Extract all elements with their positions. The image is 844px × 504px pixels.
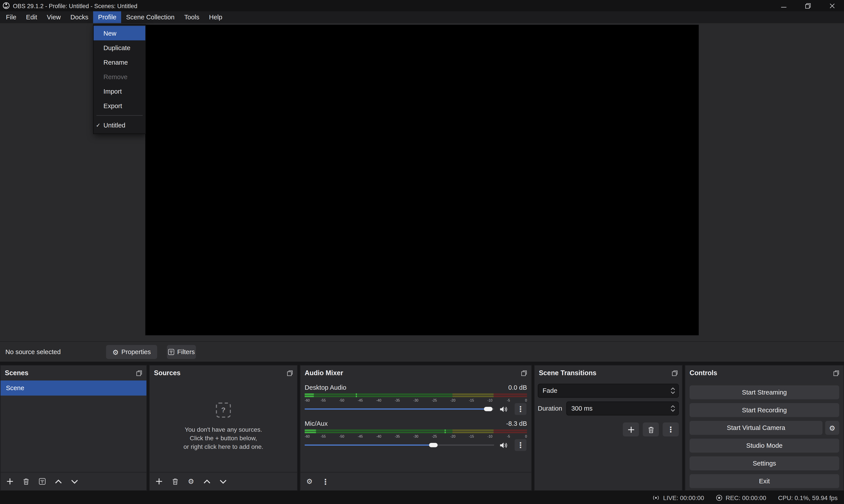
empty-line: or right click here to add one.: [183, 442, 263, 451]
volume-meter: -60 -55 -50 -45 -40 -35 -30 -25 -20 -15 …: [305, 430, 527, 439]
scale-tick: -30: [413, 434, 418, 438]
mute-button[interactable]: [500, 442, 508, 449]
popout-icon[interactable]: [136, 370, 142, 376]
start-virtual-camera-button[interactable]: Start Virtual Camera: [690, 421, 823, 435]
scale-tick: -15: [469, 398, 474, 402]
restore-button[interactable]: [796, 0, 820, 11]
source-toolbar: No source selected ⚙ Properties Filters: [0, 341, 844, 362]
menu-docks[interactable]: Docks: [66, 11, 93, 23]
filters-button[interactable]: Filters: [167, 345, 196, 359]
scale-tick: -40: [376, 434, 381, 438]
mixer-channel-desktop-audio: Desktop Audio 0.0 dB -60: [305, 384, 527, 413]
add-scene-button[interactable]: [6, 478, 13, 485]
mute-button[interactable]: [500, 406, 508, 413]
virtual-camera-settings-button[interactable]: ⚙: [825, 421, 839, 435]
duration-spinbox[interactable]: 300 ms: [567, 401, 679, 416]
duration-label: Duration: [538, 404, 562, 412]
channel-menu-button[interactable]: ⋮: [515, 439, 526, 451]
obs-window: OBS 29.1.2 - Profile: Untitled - Scenes:…: [0, 0, 844, 504]
start-streaming-button[interactable]: Start Streaming: [690, 385, 839, 399]
profile-menu-untitled[interactable]: ✓ Untitled: [94, 118, 145, 132]
preview-canvas[interactable]: [145, 25, 699, 336]
popout-icon[interactable]: [521, 370, 527, 376]
exit-button[interactable]: Exit: [690, 474, 839, 488]
transition-select[interactable]: Fade: [538, 384, 679, 398]
audio-mixer-body: Desktop Audio 0.0 dB -60: [300, 380, 531, 472]
profile-menu-duplicate[interactable]: Duplicate: [94, 40, 145, 55]
menu-tools[interactable]: Tools: [179, 11, 204, 23]
audio-mixer-header: Audio Mixer: [300, 365, 531, 381]
scene-filters-button[interactable]: [39, 478, 46, 485]
properties-button[interactable]: ⚙ Properties: [106, 345, 157, 359]
scene-transitions-header: Scene Transitions: [535, 365, 682, 381]
meter-peak: [445, 430, 446, 431]
move-source-down-button[interactable]: [219, 479, 227, 484]
source-properties-button[interactable]: ⚙: [188, 478, 194, 485]
volume-meter: -60 -55 -50 -45 -40 -35 -30 -25 -20 -15 …: [305, 393, 527, 403]
advanced-audio-properties-button[interactable]: ⚙: [306, 478, 312, 485]
add-transition-button[interactable]: [623, 422, 639, 436]
meter-active: [305, 430, 316, 431]
meter-active: [305, 393, 313, 395]
menu-help[interactable]: Help: [204, 11, 227, 23]
scale-tick: -30: [413, 398, 418, 402]
channel-menu-button[interactable]: ⋮: [515, 403, 526, 415]
obs-logo-icon: [3, 2, 10, 9]
move-scene-up-button[interactable]: [55, 479, 62, 484]
move-scene-down-button[interactable]: [71, 479, 78, 484]
controls-body: Start Streaming Start Recording Start Vi…: [685, 380, 844, 497]
scale-tick: -60: [305, 434, 310, 438]
remove-scene-button[interactable]: [23, 478, 30, 485]
meter-bar: [305, 393, 527, 395]
properties-label: Properties: [121, 348, 151, 356]
scale-tick: -10: [487, 398, 492, 402]
popout-icon[interactable]: [833, 370, 839, 376]
settings-button[interactable]: Settings: [690, 456, 839, 470]
menu-view[interactable]: View: [42, 11, 66, 23]
menu-profile[interactable]: Profile New Duplicate Rename Remove Impo…: [93, 11, 121, 23]
menu-file[interactable]: File: [1, 11, 21, 23]
popout-icon[interactable]: [672, 370, 678, 376]
profile-menu-new[interactable]: New: [94, 26, 145, 40]
slider-handle[interactable]: [429, 443, 438, 447]
gear-icon: ⚙: [112, 348, 119, 356]
transition-value: Fade: [543, 387, 557, 394]
remove-transition-button[interactable]: [643, 422, 659, 436]
title-bar[interactable]: OBS 29.1.2 - Profile: Untitled - Scenes:…: [0, 0, 844, 11]
slider-handle[interactable]: [484, 407, 493, 411]
empty-line: You don't have any sources.: [185, 425, 262, 433]
scenes-title: Scenes: [5, 369, 29, 377]
start-recording-button[interactable]: Start Recording: [690, 403, 839, 417]
profile-menu-export[interactable]: Export: [94, 98, 145, 113]
scale-tick: -55: [321, 434, 326, 438]
add-source-button[interactable]: [156, 478, 163, 485]
volume-slider[interactable]: [305, 443, 494, 447]
sources-empty-state[interactable]: ? You don't have any sources. Click the …: [150, 380, 297, 472]
meter-peak: [356, 393, 357, 395]
profile-menu-rename[interactable]: Rename: [94, 55, 145, 70]
sources-header: Sources: [150, 365, 297, 381]
scene-transitions-body: Fade Duration 300 ms: [535, 380, 682, 439]
spin-arrows-icon[interactable]: [671, 405, 675, 412]
mixer-menu-button[interactable]: ⋮: [322, 477, 329, 486]
profile-menu-untitled-label: Untitled: [104, 121, 126, 129]
volume-slider[interactable]: [305, 407, 494, 411]
remove-source-button[interactable]: [172, 478, 179, 485]
profile-menu-import[interactable]: Import: [94, 84, 145, 98]
controls-header: Controls: [685, 365, 844, 381]
scene-transitions-title: Scene Transitions: [539, 369, 596, 377]
menu-scene-collection[interactable]: Scene Collection: [121, 11, 179, 23]
minimize-button[interactable]: [771, 0, 796, 11]
menu-bar: File Edit View Docks Profile New Duplica…: [0, 11, 844, 23]
mixer-channel-mic-aux: Mic/Aux -8.3 dB -60: [305, 420, 527, 449]
menu-edit[interactable]: Edit: [21, 11, 42, 23]
move-source-up-button[interactable]: [203, 479, 210, 484]
scale-tick: -20: [450, 398, 455, 402]
scene-list-item[interactable]: Scene: [0, 380, 146, 396]
close-button[interactable]: [820, 0, 844, 11]
transition-menu-button[interactable]: ⋮: [663, 422, 679, 436]
studio-mode-button[interactable]: Studio Mode: [690, 439, 839, 453]
window-title: OBS 29.1.2 - Profile: Untitled - Scenes:…: [13, 2, 138, 9]
popout-icon[interactable]: [287, 370, 293, 376]
source-status-text: No source selected: [5, 342, 61, 362]
